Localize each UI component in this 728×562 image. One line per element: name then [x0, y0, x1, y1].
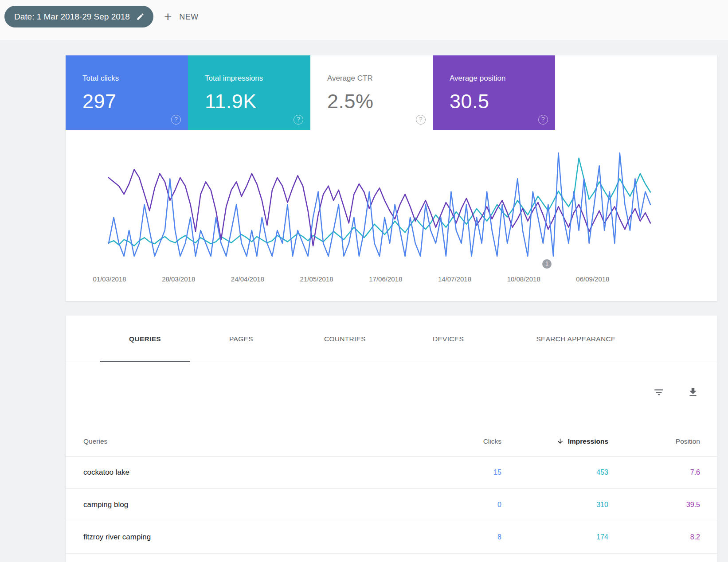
chart-annotation-marker[interactable]: 1: [542, 259, 552, 269]
impressions-cell: 453: [501, 468, 608, 476]
x-axis-label: 21/05/2018: [300, 275, 333, 283]
column-header-queries[interactable]: Queries: [83, 437, 413, 445]
filter-bar: Date: 1 Mar 2018-29 Sep 2018 + NEW: [0, 0, 728, 40]
search-console-performance-page: Date: 1 Mar 2018-29 Sep 2018 + NEW Total…: [0, 0, 728, 562]
tab-devices[interactable]: DEVICES: [413, 316, 484, 362]
x-axis-label: 24/04/2018: [231, 275, 264, 283]
table-header-row: Queries Clicks Impressions Position: [66, 426, 717, 457]
plus-icon: +: [164, 10, 172, 23]
new-filter-button[interactable]: + NEW: [164, 8, 199, 26]
dimensions-table-card: QUERIES PAGES COUNTRIES DEVICES SEARCH A…: [66, 316, 717, 562]
tab-countries[interactable]: COUNTRIES: [304, 316, 386, 362]
table-row[interactable]: fitzroy river camping 8 174 8.2: [66, 521, 717, 554]
download-icon[interactable]: [687, 386, 699, 399]
impressions-cell: 174: [501, 533, 608, 541]
date-filter-chip[interactable]: Date: 1 Mar 2018-29 Sep 2018: [4, 6, 153, 27]
x-axis-label: 14/07/2018: [438, 275, 471, 283]
tab-pages[interactable]: PAGES: [209, 316, 273, 362]
query-cell[interactable]: camping blog: [83, 500, 413, 509]
new-filter-label: NEW: [179, 12, 199, 22]
query-cell[interactable]: fitzroy river camping: [83, 533, 413, 542]
date-filter-label: Date: 1 Mar 2018-29 Sep 2018: [14, 12, 130, 22]
performance-chart-card: Total clicks 297 ? Total impressions 11.…: [66, 55, 717, 301]
column-header-clicks[interactable]: Clicks: [413, 437, 501, 445]
dimension-tabs: QUERIES PAGES COUNTRIES DEVICES SEARCH A…: [66, 316, 717, 362]
x-axis-label: 01/03/2018: [93, 275, 126, 283]
table-row[interactable]: camping blog 0 310 39.5: [66, 489, 717, 521]
x-axis-label: 06/09/2018: [576, 275, 609, 283]
position-cell: 8.2: [608, 533, 700, 541]
x-axis-label: 10/08/2018: [507, 275, 540, 283]
table-row[interactable]: cockatoo lake 15 453 7.6: [66, 457, 717, 489]
performance-line-chart[interactable]: [66, 55, 717, 301]
x-axis-label: 28/03/2018: [162, 275, 195, 283]
table-toolbar: [653, 386, 699, 399]
tab-queries[interactable]: QUERIES: [100, 316, 190, 362]
position-cell: 7.6: [608, 468, 700, 476]
edit-pencil-icon: [136, 12, 145, 21]
position-cell: 39.5: [608, 501, 700, 509]
clicks-cell: 0: [413, 501, 501, 509]
query-cell[interactable]: cockatoo lake: [83, 468, 413, 477]
clicks-cell: 15: [413, 468, 501, 476]
impressions-cell: 310: [501, 501, 608, 509]
clicks-cell: 8: [413, 533, 501, 541]
column-header-position[interactable]: Position: [608, 437, 700, 445]
column-header-impressions[interactable]: Impressions: [501, 437, 608, 445]
filter-icon[interactable]: [653, 386, 665, 399]
x-axis-label: 17/06/2018: [369, 275, 402, 283]
tab-search-appearance[interactable]: SEARCH APPEARANCE: [516, 316, 635, 362]
table-body: cockatoo lake 15 453 7.6 camping blog 0 …: [66, 457, 717, 554]
sort-descending-arrow-icon: [556, 437, 564, 445]
